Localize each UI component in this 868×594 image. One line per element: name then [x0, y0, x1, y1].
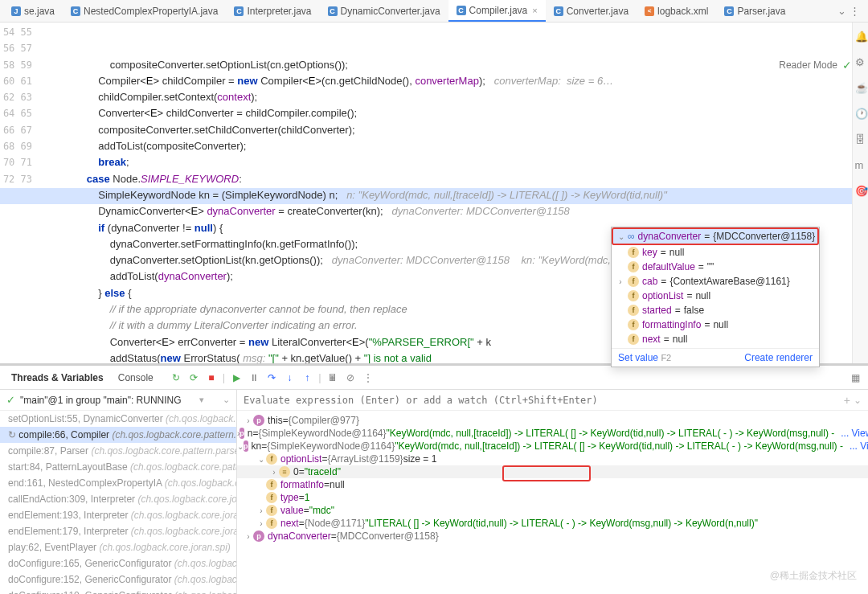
var-type-icon: f	[266, 453, 277, 465]
expand-icon[interactable]: ⌄	[618, 232, 624, 241]
stack-frame[interactable]: doConfigure:110, GenericConfigurator (ch…	[0, 588, 236, 594]
file-tabs: Jse.java CNestedComplexPropertyIA.java C…	[0, 0, 868, 23]
stack-frame[interactable]: compile:87, Parser (ch.qos.logback.core.…	[0, 443, 236, 459]
stop-icon[interactable]: ■	[205, 371, 218, 384]
java-icon: C	[554, 6, 563, 16]
java-icon: C	[234, 6, 244, 16]
threads-tab[interactable]: Threads & Variables	[6, 369, 108, 387]
tab-5[interactable]: CConverter.java	[546, 0, 637, 22]
var-row[interactable]: ⌄foptionList = {ArrayList@1159} size = 1	[237, 453, 868, 465]
close-icon[interactable]: ×	[532, 6, 537, 15]
field-icon: f	[628, 261, 639, 272]
stack-frame[interactable]: doConfigure:165, GenericConfigurator (ch…	[0, 555, 236, 571]
popup-field-row[interactable]: fstarted = false	[612, 303, 819, 317]
xml-icon: <	[645, 6, 654, 16]
watermark: @稀土掘金技术社区	[770, 569, 857, 583]
popup-field-row[interactable]: fkey = null	[612, 245, 819, 260]
index-icon: ≡	[279, 466, 290, 477]
var-type-icon: f	[266, 492, 277, 503]
variable-popup[interactable]: ⌄ ∞ dynaConverter = {MDCConverter@1158} …	[611, 227, 820, 367]
stack-frame[interactable]: end:161, NestedComplexPropertyIA (ch.qos…	[0, 475, 236, 491]
var-type-icon: f	[266, 505, 277, 516]
popup-field-row[interactable]: fnext = null	[612, 332, 819, 346]
var-type-icon: f	[266, 518, 277, 529]
mute-bp-icon[interactable]: ⊘	[344, 371, 357, 384]
var-row[interactable]: ftype = 1	[237, 491, 868, 504]
check-icon: ✓	[842, 59, 852, 72]
stack-frame[interactable]: endElement:193, Interpreter (ch.qos.logb…	[0, 507, 236, 523]
filter-icon[interactable]: ▾	[199, 395, 204, 405]
popup-field-row[interactable]: foptionList = null	[612, 289, 819, 303]
tab-1[interactable]: CNestedComplexPropertyIA.java	[63, 0, 226, 22]
step-over-icon[interactable]: ↷	[265, 371, 278, 384]
status-icon: ✓	[6, 394, 15, 406]
reader-mode-label[interactable]: Reader Mode✓	[779, 59, 852, 72]
thread-header[interactable]: ✓ "main"@1 in group "main": RUNNING ▾ ⌄	[0, 390, 236, 411]
step-into-icon[interactable]: ↓	[283, 371, 296, 384]
resume-icon[interactable]: ⟳	[187, 371, 200, 384]
var-row[interactable]: ›pn = {SimpleKeywordNode@1164} "KeyWord(…	[237, 427, 868, 440]
tab-6[interactable]: <logback.xml	[637, 0, 716, 22]
debugger-toolbar: Threads & Variables Console ↻ ⟳ ■ | ▶ ⏸ …	[0, 366, 868, 390]
field-icon: f	[628, 334, 639, 345]
stack-frame[interactable]: callEndAction:309, Interpreter (ch.qos.l…	[0, 491, 236, 507]
var-row[interactable]: ›pdynaConverter = {MDCConverter@1158}	[237, 530, 868, 543]
stack-frame[interactable]: play:62, EventPlayer (ch.qos.logback.cor…	[0, 539, 236, 555]
java-icon: C	[457, 6, 466, 15]
field-icon: f	[628, 247, 639, 258]
debugger-panel: Threads & Variables Console ↻ ⟳ ■ | ▶ ⏸ …	[0, 363, 868, 594]
var-row[interactable]: ›fvalue = "mdc"	[237, 504, 868, 517]
java-icon: J	[11, 6, 21, 16]
notifications-icon[interactable]: 🔔	[855, 31, 866, 42]
popup-footer: Set value F2 Create renderer	[612, 348, 819, 367]
pause-icon[interactable]: ⏸	[248, 371, 260, 384]
var-type-icon: p	[244, 440, 248, 452]
tab-3[interactable]: CDynamicConverter.java	[320, 0, 448, 22]
step-out-icon[interactable]: ↑	[301, 371, 313, 384]
popup-field-row[interactable]: ›fcab = {ContextAwareBase@1161}	[612, 274, 819, 289]
field-icon: f	[628, 276, 639, 287]
stack-frame[interactable]: start:84, PatternLayoutBase (ch.qos.logb…	[0, 459, 236, 475]
tab-2[interactable]: CInterpreter.java	[226, 0, 319, 22]
stack-frame[interactable]: setOptionList:55, DynamicConverter (ch.q…	[0, 411, 236, 427]
stack-frame[interactable]: doConfigure:152, GenericConfigurator (ch…	[0, 571, 236, 588]
tab-0[interactable]: Jse.java	[3, 0, 63, 22]
calculator-icon[interactable]: 🖩	[326, 371, 339, 384]
field-icon: f	[628, 319, 639, 330]
set-value-link[interactable]: Set value	[618, 352, 658, 363]
var-row[interactable]: ›fnext = {Node@1171} "LITERAL( [] -> Key…	[237, 517, 868, 530]
java-icon: C	[328, 6, 338, 16]
var-type-icon: p	[253, 531, 264, 542]
field-icon: f	[628, 305, 639, 316]
var-row[interactable]: ›≡0 = "traceId"	[237, 465, 868, 478]
var-type-icon: f	[266, 479, 277, 490]
create-renderer-link[interactable]: Create renderer	[744, 352, 813, 363]
evaluate-input[interactable]	[244, 395, 841, 406]
java-icon: C	[724, 6, 734, 16]
var-row[interactable]: ›pthis = {Compiler@977}	[237, 414, 868, 427]
expand-vars-icon[interactable]: ⌄	[854, 395, 862, 406]
field-icon: f	[628, 290, 639, 301]
tab-4[interactable]: CCompiler.java×	[448, 0, 546, 22]
tabs-more-dropdown[interactable]: ⌄ ⋮	[833, 5, 865, 17]
stack-frame[interactable]: ↻ compile:66, Compiler (ch.qos.logback.c…	[0, 427, 236, 443]
var-type-icon: p	[240, 428, 244, 439]
var-type-icon: p	[253, 415, 264, 426]
play-icon[interactable]: ▶	[230, 371, 243, 384]
popup-head-row[interactable]: ⌄ ∞ dynaConverter = {MDCConverter@1158}	[612, 227, 819, 245]
stack-frame[interactable]: endElement:179, Interpreter (ch.qos.logb…	[0, 523, 236, 539]
more-icon[interactable]: ⋮	[362, 371, 375, 384]
tab-7[interactable]: CParser.java	[716, 0, 793, 22]
console-tab[interactable]: Console	[113, 369, 158, 387]
java-icon: C	[71, 6, 80, 16]
rerun-icon[interactable]: ↻	[170, 371, 182, 384]
frames-panel: ✓ "main"@1 in group "main": RUNNING ▾ ⌄ …	[0, 390, 237, 594]
var-row[interactable]: ⌄pkn = {SimpleKeywordNode@1164} "KeyWord…	[237, 440, 868, 453]
variables-panel: + ⌄ ›pthis = {Compiler@977}›pn = {Simple…	[237, 390, 868, 594]
popup-field-row[interactable]: fformattingInfo = null	[612, 317, 819, 332]
popup-field-row[interactable]: fdefaultValue = ""	[612, 260, 819, 274]
collapse-icon[interactable]: ⌄	[223, 395, 230, 405]
layout-icon[interactable]: ▦	[849, 371, 862, 384]
object-icon: ∞	[628, 231, 635, 242]
add-watch-icon[interactable]: +	[841, 394, 854, 407]
